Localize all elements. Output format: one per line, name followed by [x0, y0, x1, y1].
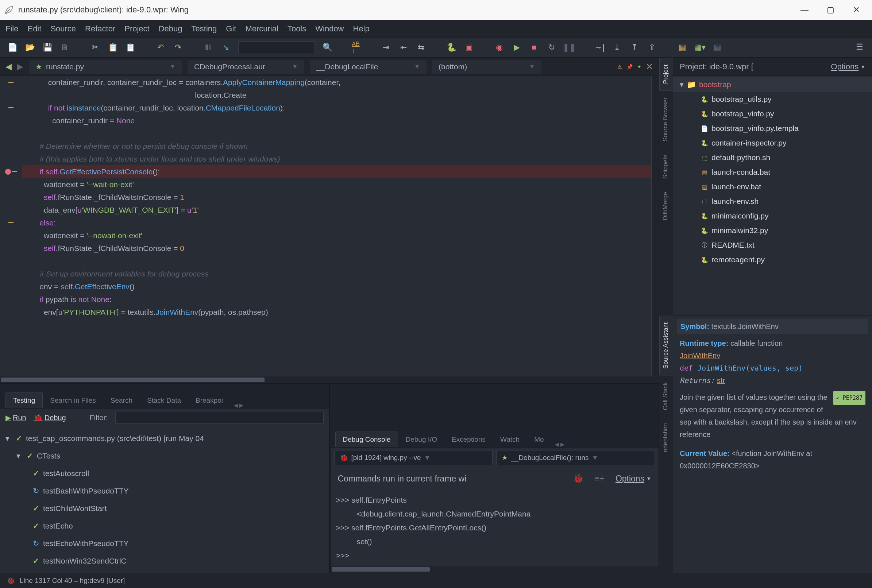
save-all-icon[interactable]: 🗎: [60, 42, 70, 52]
vtab-diff-merge[interactable]: Diff/Merge: [659, 185, 673, 227]
project-file-row[interactable]: 🐍minimalwin32.py: [673, 223, 872, 238]
python-icon[interactable]: 🐍: [446, 42, 456, 52]
vtab-call-stack[interactable]: Call Stack: [659, 376, 673, 417]
debug-bug-icon[interactable]: 🐞: [573, 474, 584, 484]
tab-stack-data[interactable]: Stack Data: [140, 393, 188, 408]
search-icon[interactable]: 🔍: [322, 42, 332, 52]
run-tests-button[interactable]: ▶Run: [6, 413, 26, 422]
tab-debug-i-o[interactable]: Debug I/O: [398, 432, 444, 447]
scope3-selector[interactable]: (bottom) ▼: [432, 60, 542, 74]
tab-exceptions[interactable]: Exceptions: [444, 432, 493, 447]
test-tree[interactable]: ▾✓test_cap_oscommands.py (src\edit\test)…: [0, 427, 329, 573]
menu-debug[interactable]: Debug: [159, 24, 182, 33]
nav-forward-icon[interactable]: ▶: [17, 62, 23, 72]
tab-search-in-files[interactable]: Search in Files: [43, 393, 103, 408]
project-file-row[interactable]: 🐍remoteagent.py: [673, 252, 872, 267]
test-row[interactable]: ✓testAutoscroll: [6, 465, 324, 482]
test-suite-row[interactable]: ▾✓CTests: [6, 447, 324, 465]
gutter[interactable]: [0, 76, 22, 376]
save-icon[interactable]: 💾: [42, 42, 53, 52]
vtab-source-assistant[interactable]: Source Assistant: [659, 315, 673, 376]
menu-testing[interactable]: Testing: [192, 24, 217, 33]
frame-up-icon[interactable]: ▦: [677, 42, 687, 52]
tab-testing[interactable]: Testing: [6, 393, 43, 408]
nav-back-icon[interactable]: ◀: [6, 62, 12, 72]
project-folder-row[interactable]: ▾ 📁 bootstrap: [673, 77, 872, 92]
step-out-icon[interactable]: ⇧: [647, 42, 657, 52]
test-row[interactable]: ↻testEchoWithPseudoTTY: [6, 535, 324, 552]
status-bug-icon[interactable]: 🐞: [7, 576, 15, 585]
project-options-button[interactable]: Options ▼: [831, 62, 865, 72]
maximize-button[interactable]: ▢: [825, 5, 835, 15]
warning-icon[interactable]: ⚠: [617, 64, 622, 70]
open-icon[interactable]: 📂: [25, 42, 35, 52]
vtab-source-browser[interactable]: Source Browser: [659, 91, 673, 148]
test-filter-input[interactable]: [115, 412, 324, 423]
pin-icon[interactable]: 📌: [626, 64, 633, 70]
tab-debug-console[interactable]: Debug Console: [335, 432, 398, 447]
step-down-icon[interactable]: ⤓: [612, 42, 622, 52]
step-over-icon[interactable]: ⇥: [381, 42, 391, 52]
grid-icon[interactable]: ▦: [712, 42, 722, 52]
paste-icon[interactable]: 📋: [125, 42, 135, 52]
vtab-snippets[interactable]: Snippets: [659, 148, 673, 185]
bookmark-icon[interactable]: ✦: [637, 64, 641, 70]
test-file-row[interactable]: ▾✓test_cap_oscommands.py (src\edit\test)…: [6, 430, 324, 447]
stop-icon[interactable]: ■: [529, 42, 539, 52]
debug-console[interactable]: >>> self.fEntryPoints<debug.client.cap_l…: [330, 489, 659, 566]
cut-icon[interactable]: ✂: [90, 42, 101, 52]
code-editor[interactable]: container_rundir, container_rundir_loc =…: [0, 76, 659, 376]
tab-watch[interactable]: Watch: [493, 432, 527, 447]
project-file-row[interactable]: ⬚default-python.sh: [673, 150, 872, 165]
menu-source[interactable]: Source: [50, 24, 76, 33]
step-into-icon[interactable]: →|: [594, 42, 605, 52]
project-file-row[interactable]: 🐍minimalconfig.py: [673, 208, 872, 223]
undo-icon[interactable]: ↶: [155, 42, 166, 52]
menu-project[interactable]: Project: [125, 24, 149, 33]
hamburger-icon[interactable]: ☰: [854, 42, 865, 52]
test-row[interactable]: ✓testEcho: [6, 517, 324, 535]
frame-down-icon[interactable]: ▦▾: [695, 42, 705, 52]
menu-help[interactable]: Help: [353, 24, 369, 33]
project-tree[interactable]: ▾ 📁 bootstrap🐍bootstrap_utils.py🐍bootstr…: [673, 76, 872, 315]
menu-git[interactable]: Git: [226, 24, 236, 33]
menu-refactor[interactable]: Refactor: [85, 24, 115, 33]
menu-mercurial[interactable]: Mercurial: [245, 24, 278, 33]
test-row[interactable]: ✓testChildWontStart: [6, 500, 324, 517]
debug-tests-button[interactable]: 🐞Debug: [33, 413, 66, 422]
project-file-row[interactable]: ▤launch-conda.bat: [673, 165, 872, 180]
goto-icon[interactable]: ↘: [221, 42, 231, 52]
play-icon[interactable]: ▶: [512, 42, 522, 52]
debug-add-icon[interactable]: ≡+: [595, 474, 605, 484]
close-tab-icon[interactable]: ✕: [646, 62, 653, 72]
tab-search[interactable]: Search: [103, 393, 140, 408]
project-file-row[interactable]: 📄bootstrap_vinfo.py.templa: [673, 121, 872, 136]
stop-square-icon[interactable]: ▣: [464, 42, 474, 52]
scope2-selector[interactable]: __DebugLocalFile ▼: [310, 60, 426, 74]
scope1-selector[interactable]: CDebugProcessLaur ▼: [188, 60, 304, 74]
step-up-icon[interactable]: ⤒: [629, 42, 639, 52]
tab-breakpoi[interactable]: Breakpoi: [188, 393, 230, 408]
test-row[interactable]: ✓testNonWin32SendCtrlC: [6, 552, 324, 570]
step-in-icon[interactable]: ⇤: [398, 42, 409, 52]
symbol-link[interactable]: JoinWithEnv: [680, 352, 720, 360]
vtab-project[interactable]: Project: [659, 58, 673, 91]
menu-tools[interactable]: Tools: [288, 24, 306, 33]
project-file-row[interactable]: ▤launch-env.bat: [673, 180, 872, 194]
project-file-row[interactable]: 🐍bootstrap_utils.py: [673, 92, 872, 106]
horizontal-scrollbar[interactable]: [0, 376, 659, 383]
menu-file[interactable]: File: [6, 24, 18, 33]
minimize-button[interactable]: —: [800, 5, 809, 15]
tab-scroll[interactable]: ◀▶: [551, 441, 568, 447]
restart-icon[interactable]: ↻: [546, 42, 557, 52]
return-type-link[interactable]: str: [717, 376, 725, 384]
vtab-ndentation[interactable]: ndentation: [659, 417, 673, 459]
copy-icon[interactable]: 📋: [108, 42, 118, 52]
tab-scroll[interactable]: ◀▶: [230, 402, 247, 408]
menu-edit[interactable]: Edit: [27, 24, 41, 33]
debug-options-button[interactable]: Options ▼: [615, 474, 651, 484]
breakpoint-icon[interactable]: ◉: [494, 42, 504, 52]
project-file-row[interactable]: ⓘREADME.txt: [673, 238, 872, 252]
new-file-icon[interactable]: 📄: [7, 42, 18, 52]
debug-frame-selector[interactable]: ★ __DebugLocalFile(): runs ▼: [496, 450, 655, 465]
